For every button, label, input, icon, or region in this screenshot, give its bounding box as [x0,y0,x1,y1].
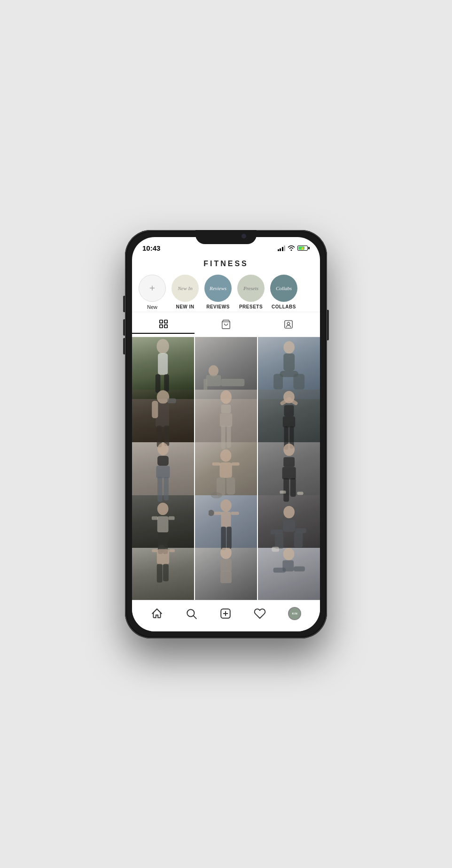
status-icons: ⚡ [278,245,310,252]
svg-point-26 [220,390,232,404]
svg-rect-5 [285,320,293,328]
svg-rect-55 [290,478,296,497]
svg-rect-88 [273,568,286,573]
svg-rect-68 [231,512,239,515]
svg-rect-65 [221,512,231,527]
story-new-in[interactable]: New In NEW IN [171,275,199,309]
svg-point-49 [211,492,222,498]
svg-rect-76 [294,532,303,547]
svg-point-67 [209,510,214,516]
story-circle-collabs: Collabs [270,275,297,302]
story-presets[interactable]: Presets PRESETS [237,275,265,309]
tab-grid[interactable] [132,315,195,334]
svg-rect-42 [164,477,169,500]
svg-rect-41 [157,477,163,502]
grid-photo-15[interactable] [258,548,320,599]
nav-heart[interactable] [250,606,270,622]
svg-point-11 [209,365,218,376]
svg-rect-0 [159,320,162,323]
svg-rect-58 [157,516,169,532]
svg-point-86 [283,548,295,560]
svg-point-50 [283,444,295,456]
stories-row: + New New In NEW IN Reviews REVIEWS [132,271,320,312]
svg-rect-2 [159,324,162,327]
tab-shop[interactable] [195,315,257,334]
phone-notch [195,230,257,244]
story-text-reviews: Reviews [210,285,226,291]
profile-avatar [288,607,301,620]
svg-rect-8 [158,353,168,375]
svg-point-64 [220,499,232,512]
svg-rect-18 [273,374,283,390]
svg-rect-29 [221,425,225,449]
svg-rect-54 [280,491,286,494]
phone-screen: 10:43 ⚡ [132,237,320,631]
battery-icon: ⚡ [297,246,310,251]
svg-rect-28 [220,413,232,427]
svg-point-7 [157,338,169,353]
svg-rect-46 [232,462,240,466]
svg-rect-51 [283,457,295,467]
svg-rect-27 [221,405,231,413]
story-text-collabs: Collabs [276,285,292,291]
photo-grid [132,337,320,600]
story-circle-reviews: Reviews [204,275,232,302]
svg-rect-40 [156,466,170,478]
phone-frame: 10:43 ⚡ [125,230,327,638]
svg-line-91 [194,615,196,618]
svg-rect-56 [297,492,303,495]
story-collabs[interactable]: Collabs COLLABS [270,275,297,309]
svg-rect-1 [164,320,167,323]
tab-tag[interactable] [257,315,320,334]
story-label-collabs: COLLABS [272,304,296,309]
svg-point-71 [283,506,295,518]
story-label-reviews: REVIEWS [206,304,230,309]
nav-home[interactable] [147,606,167,622]
svg-rect-81 [157,564,163,583]
svg-point-38 [157,443,169,455]
svg-rect-75 [275,533,283,548]
svg-rect-45 [212,462,220,466]
svg-rect-10 [164,374,170,392]
svg-rect-53 [283,478,289,502]
svg-rect-82 [163,564,169,581]
svg-rect-59 [152,516,158,520]
svg-rect-84 [220,559,232,571]
nav-add[interactable] [216,606,235,622]
svg-rect-12 [206,375,221,386]
svg-rect-23 [167,398,176,403]
svg-rect-22 [152,401,158,418]
profile-dot [317,628,320,631]
grid-photo-13[interactable] [132,548,194,599]
story-text-presets: Presets [243,285,258,291]
svg-point-83 [220,548,232,559]
svg-rect-39 [157,456,169,466]
story-circle-new-in: New In [171,275,199,302]
view-tabs [132,312,320,337]
svg-point-15 [283,341,295,353]
svg-rect-16 [283,353,295,371]
svg-rect-19 [293,374,304,390]
svg-rect-44 [220,462,232,478]
svg-rect-34 [284,405,294,416]
signal-icon [278,246,286,251]
grid-photo-14[interactable] [195,548,257,599]
svg-rect-89 [294,567,305,572]
story-new[interactable]: + New [139,275,166,310]
wifi-icon [288,245,295,252]
story-label-presets: PRESETS [239,304,263,309]
story-text-new-in: New In [178,285,192,291]
svg-rect-78 [157,549,169,565]
nav-profile[interactable] [284,605,305,622]
svg-rect-60 [169,516,175,520]
svg-rect-48 [226,477,235,494]
svg-rect-52 [282,467,296,479]
svg-rect-85 [220,571,232,583]
svg-rect-79 [152,549,157,553]
story-label-new: New [147,304,157,310]
nav-search[interactable] [181,606,201,622]
story-reviews[interactable]: Reviews REVIEWS [204,275,232,309]
bottom-nav [132,600,320,631]
svg-rect-30 [226,425,231,448]
svg-rect-3 [164,324,167,327]
